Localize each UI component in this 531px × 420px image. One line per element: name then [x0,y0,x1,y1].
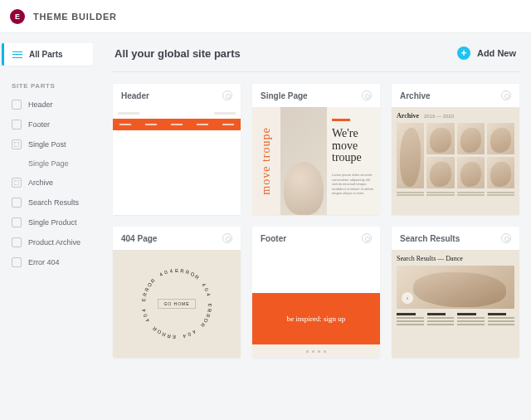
layout-icon [12,120,22,129]
card-title: Archive [400,91,431,100]
layout-icon [12,100,22,110]
page-title: All your global site parts [114,47,241,60]
main-panel: All your global site parts + Add New Hea… [98,33,531,420]
gear-icon[interactable] [362,233,372,243]
product-icon [12,217,22,227]
sidebar-item-label: Product Archive [28,238,80,247]
card-header[interactable]: Header [113,84,241,215]
sidebar-item-product-archive[interactable]: Product Archive [0,232,98,252]
gear-icon[interactable] [222,90,232,100]
sidebar-item-single-product[interactable]: Single Product [0,212,98,232]
card-thumbnail: move troupe We're move troupe Lorem ipsu… [252,107,380,215]
sidebar-item-label: Header [28,100,53,109]
sidebar-item-label: Single Post [28,140,66,149]
post-icon [12,139,22,149]
card-single-page[interactable]: Single Page move troupe We're move troup… [252,84,380,215]
card-search-results[interactable]: Search Results Search Results — Dance ‹ [392,227,519,358]
sidebar-item-label: Single Page [28,159,69,168]
card-thumbnail [113,107,241,215]
sidebar-item-footer[interactable]: Footer [0,115,98,134]
top-bar: E THEME BUILDER [0,0,531,33]
archive-icon [12,178,22,188]
sidebar-item-label: Footer [28,120,50,129]
sidebar-item-all-parts[interactable]: All Parts [2,43,93,66]
card-title: Footer [261,234,286,243]
sidebar: All Parts SITE PARTS Header Footer Singl… [0,33,98,420]
gear-icon[interactable] [222,233,232,243]
card-404-page[interactable]: 404 Page GO HOME ERROR 404 ERROR 404 ERR… [113,227,241,358]
card-footer[interactable]: Footer be inspired: sign up [252,227,380,358]
search-results-icon [12,198,22,208]
card-thumbnail: GO HOME ERROR 404 ERROR 404 ERROR 404 ER… [113,250,241,358]
card-thumbnail: be inspired: sign up [252,250,380,358]
sidebar-subitem-single-page[interactable]: Single Page [0,154,98,173]
plus-icon: + [457,46,470,60]
error-icon [12,257,22,267]
sidebar-item-search-results[interactable]: Search Results [0,193,98,212]
sidebar-item-label: Archive [28,178,53,187]
app-title: THEME BUILDER [33,12,117,22]
parts-grid: Header Single Page move troupe [113,84,519,358]
gear-icon[interactable] [501,90,511,100]
add-new-button[interactable]: + Add New [457,46,516,60]
card-thumbnail: Search Results — Dance ‹ [392,250,519,358]
sidebar-item-header[interactable]: Header [0,95,98,115]
main-header: All your global site parts + Add New [113,45,519,72]
card-thumbnail: Archive2019 — 2020 [392,107,519,215]
sidebar-item-single-post[interactable]: Single Post [0,134,98,154]
sidebar-item-label: Search Results [28,198,79,207]
gear-icon[interactable] [362,90,372,100]
card-title: 404 Page [121,234,157,243]
sidebar-item-archive[interactable]: Archive [0,173,98,193]
card-archive[interactable]: Archive Archive2019 — 2020 [392,84,519,215]
sidebar-item-label: Single Product [28,218,77,227]
product-archive-icon [12,237,22,247]
card-title: Header [121,91,149,100]
sidebar-section-label: SITE PARTS [0,77,98,95]
gear-icon[interactable] [501,233,511,243]
sidebar-all-parts-label: All Parts [29,50,63,59]
sidebar-item-label: Error 404 [28,258,60,266]
app-logo: E [10,9,25,24]
filter-icon [12,51,22,58]
card-title: Search Results [400,234,460,243]
card-title: Single Page [261,91,308,100]
sidebar-item-error-404[interactable]: Error 404 [0,252,98,272]
add-new-label: Add New [477,48,516,58]
